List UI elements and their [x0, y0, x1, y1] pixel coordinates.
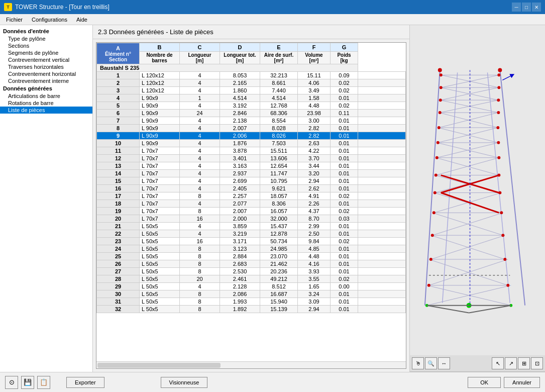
row-section: L 120x12 [140, 72, 180, 79]
table-row[interactable]: 19L 70x782.00716.0574.370.02 [97, 208, 406, 215]
table-row[interactable]: 5L 90x943.19212.7684.480.02 [97, 102, 406, 110]
table-row[interactable]: 9L 90x942.0068.0262.820.01 [97, 132, 406, 140]
row-aire: 1.58 [298, 94, 331, 102]
sidebar-item-contrev-horiz[interactable]: Contreventement horizontal [0, 70, 92, 77]
row-longueur: 3.192 [220, 102, 260, 110]
table-row[interactable]: 12L 70x743.40113.6063.700.01 [97, 155, 406, 162]
row-longueur: 2.405 [220, 185, 260, 192]
col-b-header: B [140, 43, 180, 52]
row-volume: 0.02 [331, 102, 358, 110]
table-scroll[interactable]: A Élément n° Section B C D E F G [96, 43, 406, 361]
table-row[interactable]: 14L 70x742.93711.7473.200.01 [97, 170, 406, 177]
footer-icon-btn-1[interactable]: ⊙ [5, 376, 18, 389]
sidebar-item-liste-pieces[interactable]: Liste de pièces [0, 107, 92, 114]
viz-btn-4[interactable]: ↖ [492, 357, 504, 369]
visionneuse-button[interactable]: Visionneuse [161, 377, 208, 388]
row-aire: 2.82 [298, 125, 331, 132]
sidebar-item-sections[interactable]: Sections [0, 42, 92, 49]
svg-point-71 [501, 234, 504, 237]
row-aire: 15.11 [298, 72, 331, 79]
row-longueur_tot: 23.070 [260, 253, 298, 260]
table-row[interactable]: 31L 50x581.99315.9403.090.01 [97, 298, 406, 306]
row-barres: 4 [180, 102, 220, 110]
sidebar-item-contrev-interne[interactable]: Contreventement interne [0, 77, 92, 84]
sidebar-item-type-pylone[interactable]: Type de pylône [0, 35, 92, 42]
sidebar-item-traverses[interactable]: Traverses horizontales [0, 63, 92, 70]
table-row[interactable]: 3L 120x1241.8607.4403.490.02 [97, 87, 406, 94]
table-row[interactable]: 10L 90x941.8767.5032.630.01 [97, 140, 406, 147]
svg-point-58 [438, 126, 441, 129]
row-volume: 0.03 [331, 215, 358, 223]
table-row[interactable]: 8L 90x942.0078.0282.820.01 [97, 125, 406, 132]
row-longueur_tot: 9.621 [260, 185, 298, 192]
row-longueur_tot: 15.511 [260, 147, 298, 155]
row-longueur_tot: 7.440 [260, 87, 298, 94]
col-c-header: C [180, 43, 220, 52]
table-row[interactable]: 29L 50x542.1288.5121.650.00 [97, 283, 406, 290]
table-row[interactable]: 23L 50x5163.17150.7349.840.02 [97, 238, 406, 245]
table-row[interactable]: 32L 50x581.89215.1392.940.01 [97, 306, 406, 313]
row-poids [358, 125, 406, 132]
ok-button[interactable]: OK [468, 377, 501, 388]
viz-btn-1[interactable]: 🖰 [412, 357, 424, 369]
viz-btn-2[interactable]: 🔍 [425, 357, 437, 369]
table-row[interactable]: 15L 70x742.69910.7952.940.01 [97, 177, 406, 185]
row-section: L 50x5 [140, 268, 180, 275]
row-barres: 4 [180, 155, 220, 162]
sidebar-item-rotations[interactable]: Rotations de barre [0, 100, 92, 107]
maximize-button[interactable]: □ [522, 3, 531, 12]
menu-configurations[interactable]: Configurations [28, 16, 71, 24]
table-row[interactable]: 22L 50x543.21912.8782.500.01 [97, 230, 406, 238]
row-volume: 0.01 [331, 200, 358, 208]
table-row[interactable]: 13L 70x743.16312.6543.440.01 [97, 162, 406, 170]
row-poids [358, 79, 406, 87]
table-row[interactable]: 28L 50x5202.46149.2123.550.02 [97, 275, 406, 283]
table-row[interactable]: 20L 70x7162.00032.0008.700.03 [97, 215, 406, 223]
table-row[interactable]: 6L 90x9242.84668.30623.980.11 [97, 110, 406, 117]
menu-fichier[interactable]: Fichier [2, 16, 27, 24]
row-barres: 4 [180, 283, 220, 290]
row-poids [358, 72, 406, 79]
close-button[interactable]: ✕ [532, 3, 541, 12]
menu-aide[interactable]: Aide [72, 16, 91, 24]
col-c-subheader: Longueur[m] [180, 52, 220, 64]
exporter-button[interactable]: Exporter [66, 377, 104, 388]
sidebar-item-contrev-vertical[interactable]: Contreventement vertical [0, 56, 92, 63]
table-row[interactable]: 18L 70x742.0778.3062.260.01 [97, 200, 406, 208]
table-row[interactable]: 25L 50x582.88423.0704.480.01 [97, 253, 406, 260]
row-aire: 4.06 [298, 79, 331, 87]
table-row[interactable]: 16L 70x742.4059.6212.620.01 [97, 185, 406, 192]
table-row[interactable]: 4L 90x914.5144.5141.580.01 [97, 94, 406, 102]
cancel-button[interactable]: Annuler [504, 377, 540, 388]
table-row[interactable]: 17L 70x782.25718.0574.910.02 [97, 192, 406, 200]
col-b-subheader: Nombre debarres [140, 52, 180, 64]
row-longueur: 3.859 [220, 223, 260, 230]
row-longueur: 2.530 [220, 268, 260, 275]
table-row[interactable]: 30L 50x582.08616.6873.240.01 [97, 290, 406, 298]
viz-btn-3[interactable]: ↔ [438, 357, 450, 369]
sidebar-item-segments[interactable]: Segments de pylône [0, 49, 92, 56]
minimize-button[interactable]: ─ [512, 3, 521, 12]
viz-btn-6[interactable]: ⊞ [518, 357, 530, 369]
table-row[interactable]: 21L 50x543.85915.4372.990.01 [97, 223, 406, 230]
horizontal-scrollbar[interactable] [96, 361, 406, 368]
table-row[interactable]: 1L 120x1248.05332.21315.110.09 [97, 72, 406, 79]
viz-btn-5[interactable]: ↗ [505, 357, 517, 369]
viz-btn-7[interactable]: ⊡ [531, 357, 543, 369]
pieces-table: A Élément n° Section B C D E F G [96, 43, 406, 313]
row-volume: 0.01 [331, 230, 358, 238]
table-row[interactable]: 7L 90x942.1388.5543.000.01 [97, 117, 406, 125]
table-row[interactable]: 26L 50x582.68321.4624.160.01 [97, 260, 406, 268]
row-num: 17 [97, 192, 140, 200]
table-row[interactable]: 11L 70x743.87815.5114.220.01 [97, 147, 406, 155]
row-volume: 0.01 [331, 245, 358, 253]
sidebar-item-articulations[interactable]: Articulations de barre [0, 92, 92, 100]
table-row[interactable]: 24L 50x583.12324.9854.850.01 [97, 245, 406, 253]
row-longueur_tot: 13.606 [260, 155, 298, 162]
row-section: L 120x12 [140, 79, 180, 87]
table-row[interactable]: 27L 50x582.53020.2363.930.01 [97, 268, 406, 275]
table-row[interactable]: 2L 120x1242.1658.6614.060.02 [97, 79, 406, 87]
footer-icon-btn-2[interactable]: 💾 [21, 376, 34, 389]
row-volume: 0.01 [331, 260, 358, 268]
footer-icon-btn-3[interactable]: 📋 [37, 376, 50, 389]
